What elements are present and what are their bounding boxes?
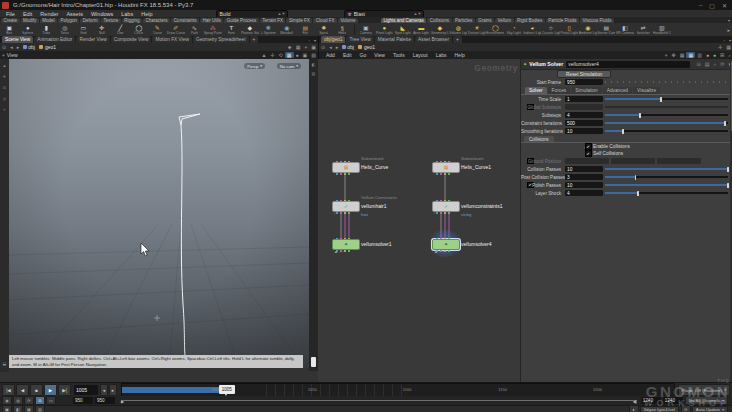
step-forward-button[interactable]: ▸ bbox=[109, 384, 117, 396]
shelf-tool[interactable]: ▣Camera bbox=[357, 25, 376, 35]
enable-collisions-checkbox[interactable]: ✔ bbox=[585, 143, 592, 150]
menu-item[interactable]: Assets bbox=[62, 11, 87, 17]
ground-position-y[interactable] bbox=[611, 158, 655, 164]
realtime-toggle-icon[interactable]: ◉ bbox=[2, 396, 12, 405]
param-search-icon[interactable]: ⌕ bbox=[711, 61, 718, 68]
pane-tab[interactable]: Material Palette bbox=[375, 36, 414, 43]
pin-params-icon[interactable]: ⊙ bbox=[695, 61, 703, 68]
polish-passes-slider[interactable] bbox=[605, 182, 728, 188]
pin-icon[interactable]: ⊙ bbox=[319, 44, 327, 50]
pointer-icon[interactable]: ⌖ bbox=[663, 52, 670, 59]
pose-tool-icon[interactable]: ◎ bbox=[3, 96, 7, 101]
display-options-icon[interactable]: ● bbox=[294, 52, 301, 58]
stow-icon[interactable]: ◧ bbox=[312, 62, 316, 67]
node-outputs[interactable] bbox=[436, 212, 450, 214]
menu-item[interactable]: Render bbox=[36, 11, 62, 17]
pane-tab[interactable]: Motion FX View bbox=[152, 36, 192, 43]
range-left-handle[interactable]: ▶ bbox=[121, 399, 124, 404]
global-substeps-slider[interactable] bbox=[605, 104, 728, 110]
time-scale-field[interactable]: 1 bbox=[565, 96, 603, 102]
network-menu-item[interactable]: Go bbox=[356, 52, 371, 58]
grid-toggle-icon[interactable]: ▦ bbox=[294, 44, 303, 51]
node-body[interactable]: ▦ bbox=[432, 162, 460, 173]
param-refresh-icon[interactable]: ⟳ bbox=[718, 61, 726, 68]
ground-position-z[interactable] bbox=[657, 158, 701, 164]
filter-icon[interactable]: ✛ bbox=[716, 44, 724, 50]
pin-icon[interactable]: ⊙ bbox=[0, 44, 8, 50]
shelf-tool[interactable]: ⁂Spray Paint bbox=[204, 25, 223, 35]
crosshair-icon[interactable]: ⌖ bbox=[302, 44, 309, 51]
parameter-tab[interactable]: Forces bbox=[548, 87, 571, 94]
global-end-field[interactable]: 1240 bbox=[663, 397, 683, 404]
menu-item[interactable]: Labs bbox=[117, 11, 137, 17]
node-name-label[interactable]: vellumsolver1 bbox=[361, 241, 392, 247]
node-body[interactable]: ▦ bbox=[332, 162, 360, 173]
select-tool-icon[interactable]: ▲ bbox=[3, 63, 7, 68]
recook-icon[interactable]: ⟳ bbox=[681, 405, 691, 412]
node-flag-badges[interactable]: ▫ bbox=[334, 212, 335, 216]
maximize-button[interactable]: ▢ bbox=[709, 2, 715, 9]
layer-shock-field[interactable]: 4 bbox=[565, 190, 603, 196]
shelf-tool[interactable]: ▣Box bbox=[0, 25, 19, 35]
parameter-tab[interactable]: Simulation bbox=[571, 87, 601, 94]
jump-end-button[interactable]: ▶| bbox=[58, 384, 71, 396]
pane-tab[interactable]: + bbox=[250, 36, 259, 43]
pan-icon[interactable]: ✥ bbox=[670, 52, 678, 58]
shelf-tool[interactable]: ▤Stereo Camera bbox=[597, 25, 616, 35]
node-name-label[interactable]: Helix_Curve1 bbox=[461, 164, 491, 170]
playback-mode-button[interactable]: Playb. Off (Realtime)▾ bbox=[678, 384, 730, 396]
substeps-slider[interactable] bbox=[605, 112, 728, 118]
substeps-field[interactable]: 4 bbox=[565, 112, 603, 118]
pane-tab[interactable]: Tree View bbox=[346, 36, 373, 43]
shelf-set-spinner-icon[interactable]: ▲▼ bbox=[414, 11, 422, 16]
step-back-button[interactable]: ◂ bbox=[100, 384, 108, 396]
shelf-tool[interactable]: ◔Sky Light bbox=[505, 25, 524, 35]
constraint-iterations-slider[interactable] bbox=[605, 120, 728, 126]
node-inputs[interactable] bbox=[436, 161, 450, 163]
pane-tab[interactable]: Asset Browser bbox=[415, 36, 452, 43]
node-name-label[interactable]: vellumhair1 bbox=[361, 203, 387, 209]
shelf-tool[interactable]: §Helix bbox=[333, 25, 352, 35]
network-menu-item[interactable]: Edit bbox=[339, 52, 356, 58]
shelf-overflow-icon[interactable]: ▸ bbox=[725, 27, 732, 33]
start-frame-slider[interactable] bbox=[605, 79, 728, 85]
layout-nodes-icon[interactable]: ▦ bbox=[678, 52, 687, 58]
network-menu-item[interactable]: Tools bbox=[389, 52, 409, 58]
post-collision-passes-field[interactable]: 3 bbox=[565, 174, 603, 180]
start-frame-field[interactable]: 950 bbox=[565, 79, 603, 85]
global-substeps-field[interactable] bbox=[565, 104, 603, 110]
shelf-tool[interactable]: ▭Grid bbox=[74, 25, 93, 35]
network-node[interactable]: ✓ Vellum Constraints vellumhair1 hair ▫ bbox=[332, 201, 358, 210]
snap-tool-icon[interactable]: ⌖ bbox=[3, 107, 5, 112]
node-inputs[interactable] bbox=[336, 200, 350, 202]
reset-simulation-button[interactable]: Reset Simulation bbox=[557, 70, 611, 78]
no-cam-pill[interactable]: No cam▾ bbox=[277, 63, 301, 69]
shelf-tool[interactable]: ∿Path bbox=[185, 25, 204, 35]
viewport-layout-icon[interactable]: ⬓ bbox=[3, 361, 7, 366]
node-outputs[interactable] bbox=[336, 212, 350, 214]
shelf-tool[interactable]: ◆Geometry Light bbox=[431, 25, 450, 35]
rotate-icon[interactable]: ⟲ bbox=[277, 52, 285, 58]
simulation-toggle-icon[interactable]: ⊙ bbox=[35, 396, 45, 405]
network-node[interactable]: ▦ Subnetwork Helix_Curve bbox=[332, 162, 358, 171]
network-node[interactable]: ✦ vellumsolver1 ▲ ○ ▫ bbox=[332, 239, 358, 248]
path-node-chip[interactable]: geo1 bbox=[38, 44, 56, 50]
shelf-tool[interactable]: ☀Distant Light bbox=[468, 25, 487, 35]
pane-tab[interactable]: Render View bbox=[76, 36, 109, 43]
node-inputs[interactable] bbox=[336, 161, 350, 163]
ground-position-x[interactable] bbox=[565, 158, 609, 164]
pane-tab[interactable]: Animation Editor bbox=[34, 36, 75, 43]
node-inputs[interactable] bbox=[436, 238, 450, 240]
node-outputs[interactable] bbox=[436, 173, 450, 175]
performance-icon[interactable]: ◧ bbox=[13, 405, 23, 412]
pane-tab[interactable]: obj/geo1 bbox=[321, 36, 345, 43]
shelf-tool[interactable]: ▮Tube bbox=[37, 25, 56, 35]
smoothing-iterations-field[interactable]: 10 bbox=[565, 128, 603, 134]
persp-view-pill[interactable]: Persp▾ bbox=[244, 63, 265, 69]
playhead[interactable]: 1005 bbox=[219, 385, 235, 394]
menu-item[interactable]: Edit bbox=[19, 11, 36, 17]
network-menu-item[interactable]: Help bbox=[451, 52, 469, 58]
layer-shock-slider[interactable] bbox=[605, 190, 728, 196]
network-menu-item[interactable]: Add bbox=[322, 52, 339, 58]
minimize-button[interactable]: – bbox=[699, 2, 702, 9]
